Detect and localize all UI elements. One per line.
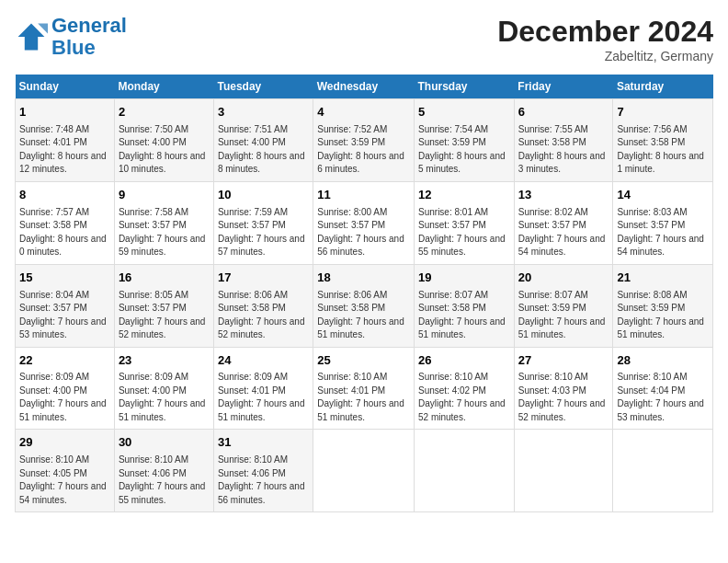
day-number: 4 (317, 104, 410, 121)
calendar-cell: 5Sunrise: 7:54 AMSunset: 3:59 PMDaylight… (415, 99, 515, 182)
calendar-cell: 1Sunrise: 7:48 AMSunset: 4:01 PMDaylight… (16, 99, 115, 182)
calendar-cell: 9Sunrise: 7:58 AMSunset: 3:57 PMDaylight… (114, 181, 213, 264)
calendar-cell: 29Sunrise: 8:10 AMSunset: 4:05 PMDayligh… (16, 430, 115, 512)
calendar-cell: 30Sunrise: 8:10 AMSunset: 4:06 PMDayligh… (114, 430, 213, 512)
calendar-cell: 2Sunrise: 7:50 AMSunset: 4:00 PMDaylight… (114, 99, 213, 182)
cell-info: Sunrise: 8:10 AMSunset: 4:05 PMDaylight:… (19, 454, 110, 507)
calendar-cell: 10Sunrise: 7:59 AMSunset: 3:57 PMDayligh… (213, 181, 313, 264)
cell-info: Sunrise: 8:05 AMSunset: 3:57 PMDaylight:… (119, 289, 210, 342)
calendar-week-row: 22Sunrise: 8:09 AMSunset: 4:00 PMDayligh… (16, 347, 713, 430)
day-number: 6 (518, 104, 609, 121)
calendar-cell: 7Sunrise: 7:56 AMSunset: 3:58 PMDaylight… (613, 99, 713, 182)
calendar-cell: 12Sunrise: 8:01 AMSunset: 3:57 PMDayligh… (415, 181, 515, 264)
cell-info: Sunrise: 7:50 AMSunset: 4:00 PMDaylight:… (119, 123, 210, 177)
calendar-cell: 20Sunrise: 8:07 AMSunset: 3:59 PMDayligh… (514, 264, 613, 347)
cell-info: Sunrise: 8:03 AMSunset: 3:57 PMDaylight:… (617, 206, 709, 259)
calendar-cell: 8Sunrise: 7:57 AMSunset: 3:58 PMDaylight… (16, 181, 115, 264)
cell-info: Sunrise: 7:54 AMSunset: 3:59 PMDaylight:… (418, 123, 510, 177)
calendar-cell: 17Sunrise: 8:06 AMSunset: 3:58 PMDayligh… (213, 264, 313, 347)
calendar-cell: 28Sunrise: 8:10 AMSunset: 4:04 PMDayligh… (613, 347, 713, 430)
day-number: 1 (19, 104, 110, 121)
cell-info: Sunrise: 8:10 AMSunset: 4:04 PMDaylight:… (617, 371, 709, 424)
cell-info: Sunrise: 7:58 AMSunset: 3:57 PMDaylight:… (119, 206, 210, 259)
cell-info: Sunrise: 8:10 AMSunset: 4:03 PMDaylight:… (518, 371, 609, 424)
calendar-cell: 11Sunrise: 8:00 AMSunset: 3:57 PMDayligh… (313, 181, 415, 264)
calendar-week-row: 1Sunrise: 7:48 AMSunset: 4:01 PMDaylight… (16, 99, 713, 182)
header-thursday: Thursday (415, 75, 515, 99)
cell-info: Sunrise: 7:48 AMSunset: 4:01 PMDaylight:… (19, 123, 110, 177)
day-number: 9 (119, 187, 210, 204)
calendar-cell (415, 430, 515, 512)
day-number: 10 (218, 187, 309, 204)
day-number: 24 (218, 352, 309, 370)
calendar-cell: 3Sunrise: 7:51 AMSunset: 4:00 PMDaylight… (213, 99, 313, 182)
header-saturday: Saturday (613, 75, 713, 99)
cell-info: Sunrise: 8:09 AMSunset: 4:00 PMDaylight:… (19, 371, 110, 424)
location-subtitle: Zabeltitz, Germany (497, 49, 713, 63)
cell-info: Sunrise: 8:10 AMSunset: 4:02 PMDaylight:… (418, 371, 510, 424)
header-wednesday: Wednesday (313, 75, 415, 99)
calendar-table: SundayMondayTuesdayWednesdayThursdayFrid… (15, 75, 713, 512)
header-tuesday: Tuesday (213, 75, 313, 99)
calendar-week-row: 15Sunrise: 8:04 AMSunset: 3:57 PMDayligh… (16, 264, 713, 347)
day-number: 23 (119, 352, 210, 370)
header-friday: Friday (514, 75, 613, 99)
day-number: 20 (518, 270, 609, 287)
cell-info: Sunrise: 8:01 AMSunset: 3:57 PMDaylight:… (418, 206, 510, 259)
day-number: 27 (518, 352, 609, 370)
day-number: 16 (119, 270, 210, 287)
day-number: 25 (317, 352, 410, 370)
logo-general: General (51, 14, 127, 37)
cell-info: Sunrise: 8:09 AMSunset: 4:01 PMDaylight:… (218, 371, 309, 424)
day-number: 19 (418, 270, 510, 287)
cell-info: Sunrise: 7:56 AMSunset: 3:58 PMDaylight:… (617, 123, 709, 177)
calendar-cell: 25Sunrise: 8:10 AMSunset: 4:01 PMDayligh… (313, 347, 415, 430)
calendar-cell (613, 430, 713, 512)
day-number: 13 (518, 187, 609, 204)
calendar-cell: 19Sunrise: 8:07 AMSunset: 3:58 PMDayligh… (415, 264, 515, 347)
cell-info: Sunrise: 8:00 AMSunset: 3:57 PMDaylight:… (317, 206, 410, 259)
day-number: 26 (418, 352, 510, 370)
day-number: 8 (19, 187, 110, 204)
cell-info: Sunrise: 7:59 AMSunset: 3:57 PMDaylight:… (218, 206, 309, 259)
cell-info: Sunrise: 8:06 AMSunset: 3:58 PMDaylight:… (317, 289, 410, 342)
calendar-cell: 27Sunrise: 8:10 AMSunset: 4:03 PMDayligh… (514, 347, 613, 430)
logo: General Blue (15, 15, 127, 59)
cell-info: Sunrise: 7:55 AMSunset: 3:58 PMDaylight:… (518, 123, 609, 177)
day-number: 15 (19, 270, 110, 287)
cell-info: Sunrise: 8:10 AMSunset: 4:01 PMDaylight:… (317, 371, 410, 424)
calendar-cell: 6Sunrise: 7:55 AMSunset: 3:58 PMDaylight… (514, 99, 613, 182)
calendar-header-row: SundayMondayTuesdayWednesdayThursdayFrid… (16, 75, 713, 99)
cell-info: Sunrise: 8:07 AMSunset: 3:59 PMDaylight:… (518, 289, 609, 342)
cell-info: Sunrise: 8:07 AMSunset: 3:58 PMDaylight:… (418, 289, 510, 342)
day-number: 7 (617, 104, 709, 121)
calendar-cell: 21Sunrise: 8:08 AMSunset: 3:59 PMDayligh… (613, 264, 713, 347)
header-sunday: Sunday (16, 75, 115, 99)
calendar-cell: 22Sunrise: 8:09 AMSunset: 4:00 PMDayligh… (16, 347, 115, 430)
calendar-cell: 23Sunrise: 8:09 AMSunset: 4:00 PMDayligh… (114, 347, 213, 430)
cell-info: Sunrise: 8:02 AMSunset: 3:57 PMDaylight:… (518, 206, 609, 259)
cell-info: Sunrise: 8:09 AMSunset: 4:00 PMDaylight:… (119, 371, 210, 424)
cell-info: Sunrise: 7:57 AMSunset: 3:58 PMDaylight:… (19, 206, 110, 259)
cell-info: Sunrise: 7:52 AMSunset: 3:59 PMDaylight:… (317, 123, 410, 177)
svg-marker-0 (18, 24, 45, 51)
calendar-cell (313, 430, 415, 512)
logo-blue: Blue (51, 36, 96, 59)
header-monday: Monday (114, 75, 213, 99)
calendar-cell: 18Sunrise: 8:06 AMSunset: 3:58 PMDayligh… (313, 264, 415, 347)
calendar-cell: 15Sunrise: 8:04 AMSunset: 3:57 PMDayligh… (16, 264, 115, 347)
calendar-cell: 16Sunrise: 8:05 AMSunset: 3:57 PMDayligh… (114, 264, 213, 347)
cell-info: Sunrise: 8:04 AMSunset: 3:57 PMDaylight:… (19, 289, 110, 342)
day-number: 3 (218, 104, 309, 121)
day-number: 17 (218, 270, 309, 287)
page-header: General Blue December 2024 Zabeltitz, Ge… (15, 15, 713, 63)
calendar-cell (514, 430, 613, 512)
day-number: 5 (418, 104, 510, 121)
day-number: 14 (617, 187, 709, 204)
calendar-week-row: 8Sunrise: 7:57 AMSunset: 3:58 PMDaylight… (16, 181, 713, 264)
calendar-cell: 31Sunrise: 8:10 AMSunset: 4:06 PMDayligh… (213, 430, 313, 512)
calendar-cell: 26Sunrise: 8:10 AMSunset: 4:02 PMDayligh… (415, 347, 515, 430)
day-number: 28 (617, 352, 709, 370)
cell-info: Sunrise: 7:51 AMSunset: 4:00 PMDaylight:… (218, 123, 309, 177)
day-number: 21 (617, 270, 709, 287)
